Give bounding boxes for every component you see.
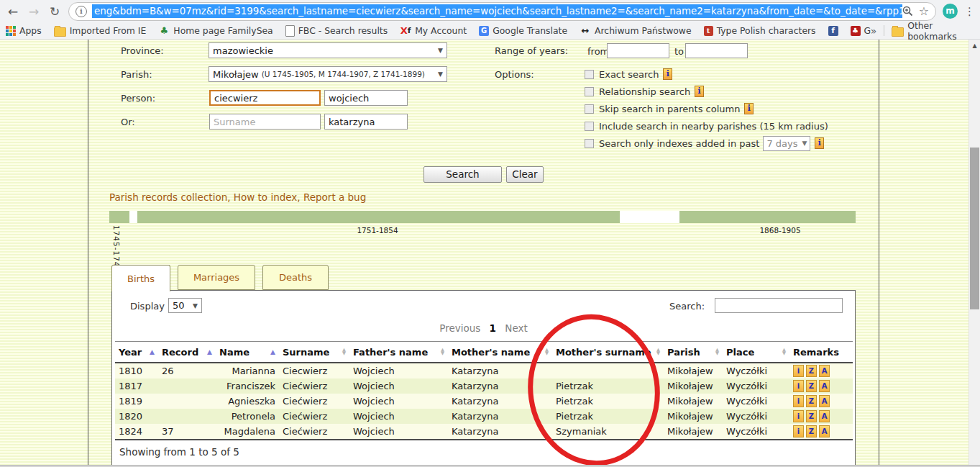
ptg-icon: ♣ — [851, 26, 861, 36]
person-label: Person: — [121, 93, 155, 104]
column-header-remarks[interactable]: Remarks — [789, 342, 853, 363]
remark-A-icon[interactable]: A — [819, 380, 830, 392]
bookmark-item[interactable]: GGoogle Translate — [479, 25, 567, 36]
remark-i-icon[interactable]: i — [793, 410, 804, 422]
zoom-icon[interactable] — [902, 6, 913, 17]
cell-remarks: iZA — [789, 394, 853, 409]
remark-A-icon[interactable]: A — [819, 425, 830, 437]
remark-Z-icon[interactable]: Z — [806, 365, 817, 377]
remark-i-icon[interactable]: i — [793, 380, 804, 392]
sort-icon[interactable]: ▲▼ — [782, 348, 786, 355]
back-icon[interactable]: ← — [6, 4, 20, 19]
remark-Z-icon[interactable]: Z — [806, 380, 817, 392]
sort-icon[interactable]: ▲▼ — [342, 348, 346, 355]
from-year-input[interactable] — [607, 43, 669, 58]
scroll-up-icon[interactable]: ▲ — [969, 42, 980, 49]
info-icon[interactable]: i — [744, 103, 754, 114]
column-header-year[interactable]: Year▲ — [115, 342, 158, 363]
to-year-input[interactable] — [685, 43, 748, 58]
column-header-mother-s-name[interactable]: Mother's name▲▼ — [448, 342, 552, 363]
url-selected-text[interactable]: eng&bdm=B&w=07mz&rid=3199&search_lastnam… — [92, 4, 902, 18]
address-bar[interactable]: i eng&bdm=B&w=07mz&rid=3199&search_lastn… — [68, 2, 936, 21]
cell-record — [158, 409, 216, 424]
checkbox[interactable] — [585, 87, 594, 96]
browser-menu-icon[interactable]: ⋮ — [964, 5, 974, 18]
bookmark-item[interactable]: ♣Genealodzy.PL Genea — [851, 25, 871, 36]
profile-avatar[interactable]: m — [943, 4, 958, 19]
sort-asc-icon[interactable]: ▲ — [270, 348, 275, 355]
cell-remarks: iZA — [789, 363, 853, 378]
to-label: to — [674, 46, 684, 57]
page-link[interactable]: Parish records collection — [109, 191, 227, 203]
checkbox[interactable] — [585, 122, 594, 131]
browser-chrome: ← → ↻ i eng&bdm=B&w=07mz&rid=3199&search… — [0, 0, 980, 40]
cell-surname: Ciećwierz — [279, 394, 349, 409]
chevron-down-icon: ▼ — [438, 71, 443, 78]
page-scrollbar[interactable]: ▲ — [968, 40, 980, 465]
info-icon[interactable]: i — [815, 137, 824, 149]
province-select[interactable]: mazowieckie▼ — [209, 42, 447, 58]
or-surname-input[interactable] — [209, 114, 321, 130]
parish-select[interactable]: Mikołajew (U 1745-1905, M 1744-1907, Z 1… — [209, 66, 447, 82]
column-header-parish[interactable]: Parish▲▼ — [664, 342, 723, 363]
sort-asc-icon[interactable]: ▲ — [150, 348, 155, 355]
checkbox[interactable] — [585, 139, 594, 148]
previous-page-link[interactable]: Previous — [439, 322, 480, 334]
sort-icon[interactable]: ▲▼ — [656, 348, 660, 355]
sort-icon[interactable]: ▲▼ — [715, 348, 719, 355]
clear-button[interactable]: Clear — [506, 166, 544, 183]
column-header-mother-s-surname[interactable]: Mother's surname▲▼ — [552, 342, 664, 363]
tab-births[interactable]: Births — [111, 265, 170, 291]
page-link[interactable]: Report a bug — [303, 191, 366, 203]
bookmark-item[interactable]: ♣Home page FamilySea — [158, 25, 273, 37]
bookmark-item[interactable]: f — [828, 26, 838, 36]
bookmark-item[interactable]: Apps — [6, 25, 42, 36]
bookmark-item[interactable]: FBC - Search results — [285, 25, 388, 37]
page-link[interactable]: How to index — [234, 191, 298, 203]
bookmark-item[interactable]: Imported From IE — [54, 25, 147, 37]
bookmark-item[interactable]: tType Polish characters — [704, 25, 816, 36]
bookmark-item[interactable]: XfMy Account — [400, 25, 467, 37]
info-icon[interactable]: i — [695, 86, 704, 97]
remark-A-icon[interactable]: A — [819, 395, 830, 407]
or-firstname-input[interactable] — [324, 114, 408, 130]
search-button[interactable]: Search — [423, 166, 502, 183]
column-header-record[interactable]: Record▲ — [158, 342, 216, 363]
display-count-select[interactable]: 50▼ — [168, 298, 202, 313]
cell-surname: Ciećwierz — [279, 409, 349, 424]
other-bookmarks[interactable]: Other bookmarks — [892, 20, 974, 42]
chevron-down-icon: ▼ — [193, 302, 198, 309]
person-firstname-input[interactable] — [324, 90, 408, 106]
column-label: Parish — [667, 347, 700, 358]
remark-Z-icon[interactable]: Z — [806, 425, 817, 437]
remark-Z-icon[interactable]: Z — [806, 410, 817, 422]
tab-marriages[interactable]: Marriages — [178, 265, 255, 290]
remark-i-icon[interactable]: i — [793, 365, 804, 377]
column-header-father-s-name[interactable]: Father's name▲▼ — [349, 342, 448, 363]
column-header-place[interactable]: Place▲▼ — [723, 342, 789, 363]
remark-A-icon[interactable]: A — [819, 365, 830, 377]
days-select[interactable]: 7 days▼ — [763, 136, 810, 151]
tab-deaths[interactable]: Deaths — [262, 265, 329, 290]
table-search-input[interactable] — [715, 298, 843, 313]
sort-asc-icon[interactable]: ▲ — [207, 348, 212, 355]
person-surname-input[interactable] — [209, 90, 321, 106]
column-header-surname[interactable]: Surname▲▼ — [279, 342, 349, 363]
remark-A-icon[interactable]: A — [819, 410, 830, 422]
checkbox[interactable] — [585, 104, 594, 114]
scrollbar-thumb[interactable] — [970, 148, 979, 309]
sort-icon[interactable]: ▲▼ — [441, 348, 444, 355]
bookmark-star-icon[interactable]: ☆ — [919, 6, 929, 17]
column-header-name[interactable]: Name▲ — [216, 342, 279, 363]
reload-icon[interactable]: ↻ — [47, 4, 62, 19]
remark-i-icon[interactable]: i — [793, 425, 804, 437]
remark-Z-icon[interactable]: Z — [806, 395, 817, 407]
bookmark-item[interactable]: ↔Archiwum Państwowe — [580, 25, 692, 37]
page-info-icon[interactable]: i — [75, 6, 87, 17]
sort-icon[interactable]: ▲▼ — [545, 348, 549, 355]
info-icon[interactable]: i — [663, 68, 672, 80]
bookmarks-overflow-icon[interactable]: » — [871, 25, 877, 37]
remark-i-icon[interactable]: i — [793, 395, 804, 407]
checkbox[interactable] — [585, 70, 594, 79]
next-page-link[interactable]: Next — [505, 322, 527, 334]
